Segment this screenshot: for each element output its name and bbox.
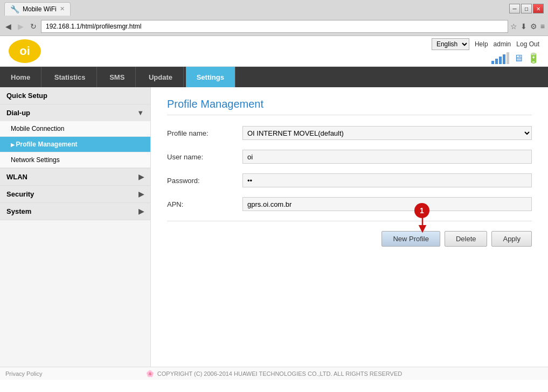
nav-tabs: Home Statistics SMS Update Settings xyxy=(0,67,548,87)
menu-icon[interactable]: ≡ xyxy=(540,22,545,31)
tab-title: Mobile WiFi xyxy=(23,5,57,13)
browser-tab[interactable]: 🔧 Mobile WiFi ✕ xyxy=(4,2,71,16)
password-label: Password: xyxy=(167,177,242,185)
sidebar-section-system: System ▶ xyxy=(0,203,150,220)
content-area: Profile Management Profile name: OI INTE… xyxy=(151,87,548,367)
logout-link[interactable]: Log Out xyxy=(516,40,539,48)
main-area: Quick Setup Dial-up ▼ Mobile Connection … xyxy=(0,87,548,367)
new-profile-button[interactable]: New Profile xyxy=(381,231,440,247)
security-arrow: ▶ xyxy=(138,190,144,198)
tab-update[interactable]: Update xyxy=(138,67,184,87)
dial-up-label: Dial-up xyxy=(6,109,30,117)
username-row: User name: xyxy=(167,150,532,164)
sidebar-heading-security[interactable]: Security ▶ xyxy=(0,186,150,202)
delete-button[interactable]: Delete xyxy=(445,231,488,247)
system-arrow: ▶ xyxy=(138,207,144,215)
apn-label: APN: xyxy=(167,200,242,208)
sidebar-section-security: Security ▶ xyxy=(0,186,150,203)
app-logo: oi xyxy=(9,39,41,63)
refresh-btn[interactable]: ↻ xyxy=(28,21,39,32)
wlan-label: WLAN xyxy=(6,173,27,181)
forward-btn[interactable]: ▶ xyxy=(16,21,26,32)
copyright-text: COPYRIGHT (C) 2006-2014 HUAWEI TECHNOLOG… xyxy=(157,370,402,377)
tab-statistics[interactable]: Statistics xyxy=(44,67,97,87)
sidebar-item-network-settings[interactable]: Network Settings xyxy=(0,152,150,168)
sidebar-heading-quick-setup[interactable]: Quick Setup xyxy=(0,87,150,104)
header-right: English Help admin Log Out 🖥 🔋 xyxy=(432,38,539,64)
sidebar-section-quick-setup: Quick Setup xyxy=(0,87,150,104)
profile-name-label: Profile name: xyxy=(167,129,242,137)
bar4 xyxy=(503,54,505,64)
tab-settings[interactable]: Settings xyxy=(186,67,235,87)
sidebar: Quick Setup Dial-up ▼ Mobile Connection … xyxy=(0,87,151,367)
quick-setup-label: Quick Setup xyxy=(6,92,47,100)
form-divider xyxy=(167,221,532,221)
settings-icon[interactable]: ⚙ xyxy=(530,22,537,31)
signal-icons: 🖥 🔋 xyxy=(491,52,539,64)
close-btn[interactable]: ✕ xyxy=(533,4,544,13)
help-link[interactable]: Help xyxy=(475,40,488,48)
address-bar[interactable] xyxy=(41,20,508,33)
button-row: 1 New Profile Delete Apply xyxy=(167,231,532,247)
system-label: System xyxy=(6,207,31,215)
tab-close-btn[interactable]: ✕ xyxy=(60,5,65,12)
profile-name-row: Profile name: OI INTERNET MOVEL(default) xyxy=(167,126,532,140)
admin-link[interactable]: admin xyxy=(494,40,511,48)
maximize-btn[interactable]: □ xyxy=(521,4,532,13)
signal-bars xyxy=(491,52,509,64)
annotation-arrow xyxy=(412,214,433,233)
app-header: oi English Help admin Log Out 🖥 xyxy=(0,36,548,67)
sidebar-section-dial-up: Dial-up ▼ Mobile Connection Profile Mana… xyxy=(0,104,150,169)
privacy-policy-link[interactable]: Privacy Policy xyxy=(5,370,42,377)
footer: Privacy Policy 🌸 COPYRIGHT (C) 2006-2014… xyxy=(0,367,548,380)
password-row: Password: xyxy=(167,173,532,187)
dial-up-arrow: ▼ xyxy=(137,109,144,117)
sidebar-item-profile-management[interactable]: Profile Management xyxy=(0,137,150,152)
username-input[interactable] xyxy=(242,150,532,164)
tab-sms[interactable]: SMS xyxy=(99,67,136,87)
apn-input[interactable] xyxy=(242,197,532,211)
bar2 xyxy=(495,59,498,64)
username-label: User name: xyxy=(167,153,242,161)
sidebar-item-mobile-connection[interactable]: Mobile Connection xyxy=(0,121,150,137)
language-select[interactable]: English xyxy=(432,38,469,50)
star-icon[interactable]: ☆ xyxy=(510,22,517,31)
minimize-btn[interactable]: ─ xyxy=(509,4,520,13)
back-btn[interactable]: ◀ xyxy=(3,21,13,32)
bar3 xyxy=(499,57,502,64)
sidebar-heading-system[interactable]: System ▶ xyxy=(0,203,150,220)
window-controls: ─ □ ✕ xyxy=(509,4,544,13)
bar5 xyxy=(507,52,509,64)
sidebar-heading-dial-up[interactable]: Dial-up ▼ xyxy=(0,104,150,121)
apn-row: APN: xyxy=(167,197,532,211)
sidebar-section-wlan: WLAN ▶ xyxy=(0,169,150,186)
tab-favicon: 🔧 xyxy=(10,5,19,13)
password-input[interactable] xyxy=(242,173,532,187)
wlan-arrow: ▶ xyxy=(138,173,144,181)
page-title: Profile Management xyxy=(167,98,532,115)
apply-button[interactable]: Apply xyxy=(491,231,532,247)
security-label: Security xyxy=(6,190,34,198)
bar1 xyxy=(491,61,494,64)
profile-name-select[interactable]: OI INTERNET MOVEL(default) xyxy=(242,126,532,140)
battery-icon: 🔋 xyxy=(528,52,539,64)
sidebar-heading-wlan[interactable]: WLAN ▶ xyxy=(0,169,150,185)
download-icon[interactable]: ⬇ xyxy=(521,22,527,31)
huawei-icon: 🌸 xyxy=(146,370,154,377)
wifi-screen-icon: 🖥 xyxy=(514,53,523,64)
tab-home[interactable]: Home xyxy=(0,67,41,87)
